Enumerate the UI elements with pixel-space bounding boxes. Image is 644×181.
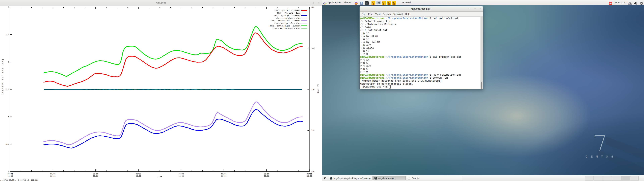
svg-text:06/07: 06/07	[136, 173, 141, 175]
svg-text:06/06: 06/06	[93, 173, 98, 175]
svg-text:Ch#3 - Bottom Right - Current: Ch#3 - Bottom Right - Current	[270, 25, 300, 27]
svg-text:M: M	[388, 2, 389, 3]
svg-text:Leakage current [uA]: Leakage current [uA]	[2, 58, 4, 94]
svg-text:00:00: 00:00	[178, 175, 184, 177]
svg-text:Time: Time	[158, 176, 162, 178]
svg-text:00:00: 00:00	[50, 175, 56, 177]
svg-text:7: 7	[8, 6, 9, 8]
svg-text:Ch#2 - Bottom Left - Bias: Ch#2 - Bottom Left - Bias	[274, 22, 300, 24]
svg-text:06/11: 06/11	[307, 173, 312, 175]
svg-text:00:00: 00:00	[93, 175, 98, 177]
svg-text:06/09: 06/09	[221, 173, 226, 175]
svg-text:06/10: 06/10	[264, 173, 269, 175]
svg-text:6: 6	[8, 61, 9, 63]
svg-text:Ch#3 - Bottom Right - Bias: Ch#3 - Bottom Right - Bias	[273, 28, 300, 30]
svg-text:M: M	[382, 2, 384, 3]
svg-text:Bias [V]: Bias [V]	[317, 84, 319, 93]
svg-text:06/04: 06/04	[8, 173, 13, 175]
svg-text:Ch#1 - Top Right - Bias: Ch#1 - Top Right - Bias	[276, 17, 300, 19]
svg-text:Ch#0 - Top Left - Bias: Ch#0 - Top Left - Bias	[277, 12, 300, 14]
svg-text:Ch#2 - Bottom Left - Current: Ch#2 - Bottom Left - Current	[271, 20, 300, 22]
svg-text:00:00: 00:00	[307, 175, 312, 177]
svg-text:6.5: 6.5	[6, 34, 9, 36]
svg-text:00:00: 00:00	[221, 175, 226, 177]
svg-text:115: 115	[311, 130, 314, 132]
svg-text:Ch#1 - Top Right - Current: Ch#1 - Top Right - Current	[273, 15, 300, 17]
svg-text:x: x	[636, 3, 637, 5]
svg-text:110: 110	[311, 171, 314, 173]
svg-text:4: 4	[8, 171, 9, 173]
svg-text:M: M	[372, 2, 373, 3]
svg-text:00:00: 00:00	[8, 175, 13, 177]
svg-text:?: ?	[630, 2, 631, 5]
svg-text:4.5: 4.5	[6, 143, 9, 145]
svg-text:06/05: 06/05	[50, 173, 56, 175]
svg-text:00:00: 00:00	[264, 175, 269, 177]
svg-text:00:00: 00:00	[136, 175, 141, 177]
svg-text:C E N T O S: C E N T O S	[586, 155, 614, 158]
svg-text:>_: >_	[366, 2, 367, 4]
svg-text:x=06/11 06:58 y= 5.04785 y2= 1: x=06/11 06:58 y= 5.04785 y2= 116.986	[0, 179, 38, 181]
svg-text:M: M	[392, 2, 394, 3]
svg-text:120: 120	[311, 88, 314, 90]
svg-text:06/08: 06/08	[178, 173, 184, 175]
svg-text:Ch#0 - Top Left - Current: Ch#0 - Top Left - Current	[274, 10, 300, 12]
svg-text:5: 5	[8, 116, 9, 118]
svg-text:125: 125	[311, 47, 314, 49]
svg-text:130: 130	[311, 6, 314, 8]
svg-text:5.5: 5.5	[6, 88, 9, 90]
